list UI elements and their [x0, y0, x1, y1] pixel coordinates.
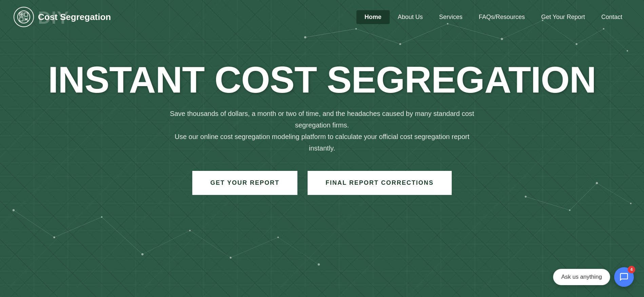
chat-open-button[interactable]: 4	[614, 267, 634, 287]
hero-buttons: GET YOUR REPORT FINAL REPORT CORRECTIONS	[192, 171, 451, 195]
chat-icon	[619, 272, 629, 282]
logo-icon	[14, 7, 34, 27]
nav-item-get-report[interactable]: Get Your Report	[533, 10, 593, 24]
svg-rect-88	[24, 13, 28, 16]
get-report-button[interactable]: GET YOUR REPORT	[192, 171, 297, 195]
hero-subtitle-line1: Save thousands of dollars, a month or tw…	[170, 110, 474, 129]
hero-subtitle-line2: Use our online cost segregation modeling…	[175, 133, 469, 152]
hero-section: DIY Cost Segregation Home About Us Servi…	[0, 0, 644, 297]
svg-line-77	[231, 237, 278, 258]
logo-main-text: Cost Segregation	[38, 12, 111, 22]
svg-line-76	[190, 231, 231, 258]
svg-line-75	[142, 231, 190, 254]
logo[interactable]: DIY Cost Segregation	[14, 7, 111, 27]
nav-item-home[interactable]: Home	[356, 10, 390, 24]
final-report-corrections-button[interactable]: FINAL REPORT CORRECTIONS	[308, 171, 452, 195]
chat-widget: Ask us anything 4	[553, 267, 634, 287]
svg-line-78	[278, 237, 319, 264]
svg-line-83	[526, 197, 570, 210]
svg-line-72	[14, 210, 54, 237]
nav-item-about[interactable]: About Us	[390, 10, 431, 24]
chat-ask-label[interactable]: Ask us anything	[553, 269, 610, 285]
svg-line-73	[54, 217, 102, 237]
nav-links: Home About Us Services FAQs/Resources Ge…	[356, 10, 630, 24]
nav-item-contact[interactable]: Contact	[593, 10, 630, 24]
logo-text: DIY Cost Segregation	[38, 12, 111, 22]
svg-line-74	[102, 217, 142, 254]
hero-title: INSTANT COST SEGREGATION	[48, 61, 596, 98]
hero-content: INSTANT COST SEGREGATION Save thousands …	[21, 61, 623, 195]
hero-subtitle: Save thousands of dollars, a month or tw…	[169, 108, 474, 154]
chat-badge: 4	[628, 266, 635, 273]
nav-item-services[interactable]: Services	[431, 10, 471, 24]
svg-rect-89	[20, 18, 23, 21]
nav-item-faqs[interactable]: FAQs/Resources	[471, 10, 533, 24]
navbar: DIY Cost Segregation Home About Us Servi…	[0, 0, 644, 34]
